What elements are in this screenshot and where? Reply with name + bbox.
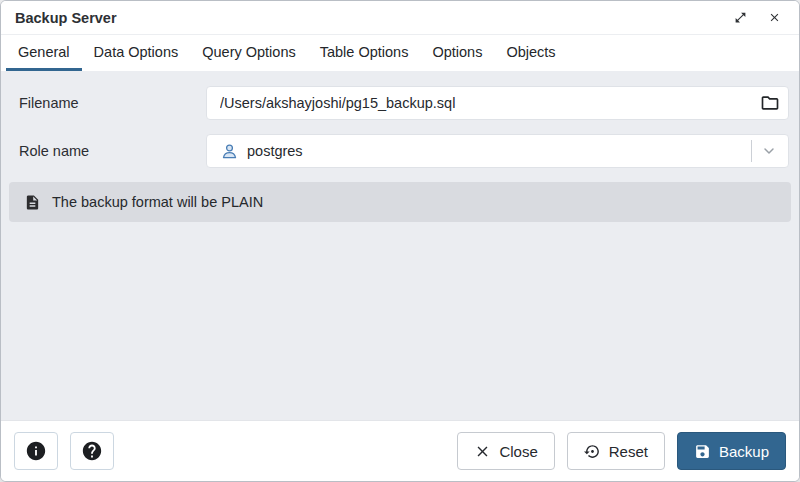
backup-format-notice: The backup format will be PLAIN: [9, 182, 791, 222]
open-in-full-icon: [734, 11, 747, 24]
backup-button-label: Backup: [719, 443, 769, 460]
close-button[interactable]: Close: [457, 432, 554, 470]
chevron-down-icon[interactable]: [761, 143, 777, 159]
folder-icon: [760, 93, 780, 113]
role-name-row: Role name postgres: [1, 134, 799, 168]
reset-button[interactable]: Reset: [567, 432, 665, 470]
maximize-button[interactable]: [732, 9, 749, 26]
backup-button[interactable]: Backup: [677, 432, 786, 470]
backup-server-dialog: Backup Server General Data Options Query…: [0, 0, 800, 482]
close-button-label: Close: [499, 443, 537, 460]
role-name-label: Role name: [19, 143, 206, 159]
filename-label: Filename: [19, 95, 206, 111]
notice-text: The backup format will be PLAIN: [52, 194, 263, 210]
sql-info-button[interactable]: [14, 432, 58, 470]
filename-row: Filename: [1, 86, 799, 120]
tab-query-options[interactable]: Query Options: [190, 35, 308, 71]
titlebar: Backup Server: [1, 1, 799, 35]
titlebar-actions: [732, 9, 783, 26]
footer: Close Reset Backup: [1, 420, 799, 481]
tab-data-options[interactable]: Data Options: [82, 35, 191, 71]
select-divider: [751, 140, 752, 162]
help-button[interactable]: [70, 432, 114, 470]
tab-table-options[interactable]: Table Options: [308, 35, 421, 71]
save-icon: [694, 443, 711, 460]
close-x-icon: [474, 443, 491, 460]
file-text-icon: [24, 194, 41, 211]
question-icon: [81, 440, 103, 462]
reset-icon: [584, 443, 601, 460]
file-browse-button[interactable]: [760, 93, 780, 113]
filename-field: [206, 86, 789, 120]
close-dialog-button[interactable]: [766, 9, 783, 26]
tab-general[interactable]: General: [6, 35, 82, 71]
dialog-title: Backup Server: [15, 10, 117, 26]
close-icon: [768, 11, 781, 24]
tab-bar: General Data Options Query Options Table…: [1, 35, 799, 71]
role-name-value: postgres: [247, 143, 751, 159]
filename-input[interactable]: [206, 86, 789, 120]
info-icon: [25, 440, 47, 462]
user-icon: [221, 143, 238, 160]
general-tab-panel: Filename Role name postgres: [1, 71, 799, 420]
tab-objects[interactable]: Objects: [494, 35, 567, 71]
tab-options[interactable]: Options: [420, 35, 494, 71]
reset-button-label: Reset: [609, 443, 648, 460]
role-name-select[interactable]: postgres: [206, 134, 789, 168]
